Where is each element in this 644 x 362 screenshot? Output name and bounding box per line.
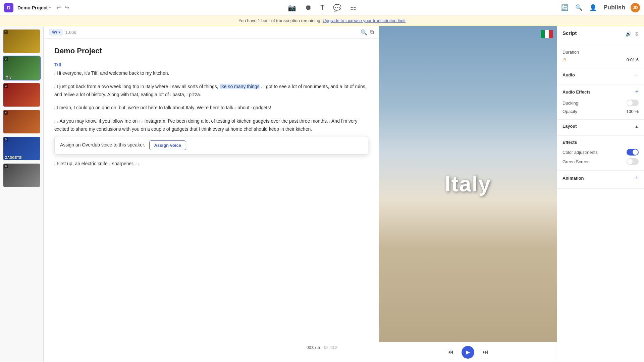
project-name-section: Demo Project ▾ ↩ ↪ [17, 4, 70, 11]
clock-icon: ⏱ [562, 58, 567, 62]
transcription-banner: You have 1 hour of transcription remaini… [0, 15, 644, 26]
animation-add-button[interactable]: + [635, 175, 639, 182]
script-content[interactable]: Demo Project Tiff / Hi everyone, it's Ti… [44, 39, 379, 362]
play-button[interactable]: ▶ [462, 346, 474, 359]
green-screen-label: Green Screen [562, 159, 590, 164]
green-screen-row: Green Screen [562, 157, 639, 166]
top-bar: D Demo Project ▾ ↩ ↪ 📷 ⏺ T 💬 ⚏ 🔄 🔍 👤 Pub… [0, 0, 644, 15]
upgrade-link[interactable]: Upgrade to increase your transcription l… [323, 18, 406, 23]
video-frame: Italy [379, 26, 557, 342]
para3-about: about [237, 105, 251, 110]
go-to-start-button[interactable]: ⏮ [445, 347, 456, 357]
thumbnail-1[interactable]: 1 [3, 29, 41, 54]
ducking-row: Ducking [562, 98, 639, 108]
duration-label: Duration [562, 50, 579, 55]
banner-text: You have 1 hour of transcription remaini… [238, 18, 321, 23]
assign-voice-button[interactable]: Assign voice [149, 140, 186, 150]
refresh-button[interactable]: 🔄 [560, 3, 570, 13]
topbar-right: 🔄 🔍 👤 Publish JD [560, 3, 640, 13]
grid-button[interactable]: ⚏ [349, 2, 358, 13]
main-content: 1 2 Italy 3 4 5 GADGETS! [0, 26, 644, 362]
thumbnail-6[interactable]: 6 [3, 163, 41, 188]
audio-section: Audio ··· [557, 68, 644, 84]
undo-button[interactable]: ↩ [55, 4, 62, 11]
redo-button[interactable]: ↪ [63, 4, 70, 11]
media-sidebar: 1 2 Italy 3 4 5 GADGETS! [0, 26, 44, 362]
text-tool-button[interactable]: T [319, 2, 326, 13]
script-paragraph-2: / I just got back from a two week long t… [54, 83, 368, 99]
ducking-toggle[interactable] [627, 100, 639, 106]
script-paragraph-3: / I mean, I could go on and on, but, we'… [54, 104, 368, 112]
duration-section: Duration ⏱ 0:01.6 [557, 44, 644, 68]
audio-effects-add-button[interactable]: + [635, 88, 639, 96]
playback-controls: ⏮ ▶ ⏭ [379, 342, 557, 362]
para1-text: Hi everyone, it's Tiff, and welcome back… [57, 70, 169, 76]
para5-text: First up, an electric knife [57, 161, 109, 166]
playback-bar: 00:07.5 02:40.2 [307, 345, 337, 350]
color-adjustments-label: Color adjustments [562, 150, 598, 155]
thumbnail-2[interactable]: 2 Italy [3, 56, 41, 80]
pause-mark-1: / [54, 71, 55, 75]
layout-collapse-icon[interactable]: ▲ [635, 124, 639, 129]
highlighted-text: like so many things [220, 84, 260, 89]
script-paragraph-5: / First up, an electric knife ♪ sharpene… [54, 160, 368, 168]
animation-section: Animation + [557, 171, 644, 189]
para4-instagram: Instagram, I've been doing a lot of test… [144, 118, 329, 124]
thumbnail-5[interactable]: 5 GADGETS! [3, 136, 41, 161]
project-chevron-icon[interactable]: ▾ [49, 5, 51, 10]
color-adjustments-row: Color adjustments [562, 147, 639, 157]
thumbnail-3[interactable]: 3 [3, 82, 41, 107]
video-overlay-text: Italy [445, 172, 491, 196]
toolbar-center: 📷 ⏺ T 💬 ⚏ [286, 2, 358, 13]
green-screen-toggle[interactable] [627, 158, 639, 165]
para2-pasta: pasta, [172, 92, 186, 97]
time-display: 1.60s [65, 30, 76, 35]
layout-section: Layout ▲ [557, 120, 644, 136]
search-button[interactable]: 🔍 [574, 3, 584, 13]
color-adjustments-toggle[interactable] [627, 149, 639, 156]
layout-header: Layout ▲ [562, 124, 639, 129]
duration-value: 0:01.6 [627, 57, 639, 62]
audio-effects-section: Audio Effects + Ducking Opacity 100 % [557, 84, 644, 120]
layout-options-button[interactable]: ⧉ [370, 29, 374, 36]
speaker-label: Tiff [54, 62, 368, 67]
undo-redo-group: ↩ ↪ [55, 4, 70, 11]
word-count-badge[interactable]: 4w ▾ [49, 29, 63, 36]
script-paragraph-1: / Hi everyone, it's Tiff, and welcome ba… [54, 69, 368, 77]
script-title: Demo Project [54, 47, 368, 55]
audio-icon-button[interactable]: 🔊 [625, 31, 632, 37]
flag-green [541, 30, 545, 38]
animation-header: Animation + [562, 175, 639, 182]
comment-button[interactable]: 💬 [332, 2, 343, 13]
current-timecode: 00:07.5 [307, 345, 320, 350]
ducking-label: Ducking [562, 101, 578, 106]
script-toolbar-right: 🔍 ⧉ [361, 29, 374, 36]
audio-label: Audio [562, 72, 575, 77]
camera-tool-button[interactable]: 📷 [286, 2, 298, 13]
project-title: Demo Project [17, 5, 48, 10]
audio-effects-header: Audio Effects + [562, 88, 639, 96]
para5-sharpener: sharpener. [112, 161, 136, 166]
audio-more-icon[interactable]: ··· [635, 72, 639, 77]
italy-flag [541, 30, 553, 38]
para2-text-before: I just got back from a two week long tri… [57, 84, 220, 89]
thumbnail-4[interactable]: 4 [3, 109, 41, 134]
dollar-icon-button[interactable]: $ [635, 31, 639, 37]
duration-row: Duration [562, 48, 639, 56]
duration-value-row: ⏱ 0:01.6 [562, 56, 639, 64]
search-script-button[interactable]: 🔍 [361, 29, 367, 36]
script-section: Script 🔊 $ [557, 26, 644, 44]
record-button[interactable]: ⏺ [304, 2, 313, 13]
pause-mark-2: / [54, 85, 55, 89]
para2-pizza: pizza. [189, 92, 201, 97]
go-to-end-button[interactable]: ⏭ [480, 347, 491, 357]
effects-section: Effects Color adjustments Green Screen [557, 136, 644, 171]
script-paragraph-4: / ♪ As you may know, if you follow me on… [54, 117, 368, 155]
app-logo: D [4, 3, 13, 12]
video-preview: Italy [379, 26, 557, 342]
publish-button[interactable]: Publish [602, 3, 627, 12]
para3-gadgets: gadgets! [253, 105, 271, 110]
total-timecode: 02:40.2 [324, 345, 337, 350]
overdub-tooltip-text: Assign an Overdub voice to this speaker. [60, 141, 145, 149]
share-button[interactable]: 👤 [588, 3, 598, 13]
